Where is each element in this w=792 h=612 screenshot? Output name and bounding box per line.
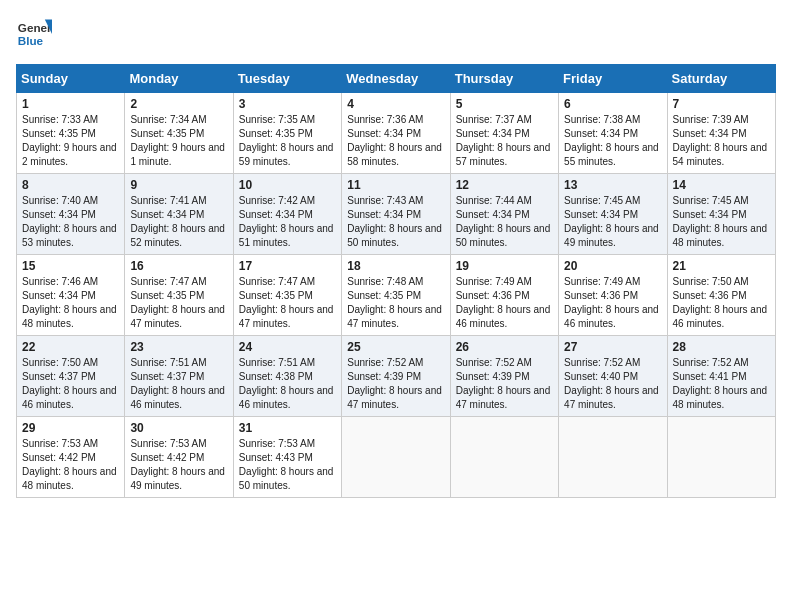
day-number: 6 (564, 97, 661, 111)
day-info: Sunrise: 7:53 AMSunset: 4:42 PMDaylight:… (130, 437, 227, 493)
day-info: Sunrise: 7:47 AMSunset: 4:35 PMDaylight:… (130, 275, 227, 331)
calendar-cell: 15Sunrise: 7:46 AMSunset: 4:34 PMDayligh… (17, 255, 125, 336)
day-info: Sunrise: 7:52 AMSunset: 4:40 PMDaylight:… (564, 356, 661, 412)
day-info: Sunrise: 7:38 AMSunset: 4:34 PMDaylight:… (564, 113, 661, 169)
calendar-cell: 20Sunrise: 7:49 AMSunset: 4:36 PMDayligh… (559, 255, 667, 336)
day-number: 31 (239, 421, 336, 435)
calendar-cell: 1Sunrise: 7:33 AMSunset: 4:35 PMDaylight… (17, 93, 125, 174)
day-info: Sunrise: 7:50 AMSunset: 4:36 PMDaylight:… (673, 275, 770, 331)
day-number: 2 (130, 97, 227, 111)
weekday-header-monday: Monday (125, 65, 233, 93)
day-number: 15 (22, 259, 119, 273)
week-row-2: 8Sunrise: 7:40 AMSunset: 4:34 PMDaylight… (17, 174, 776, 255)
calendar-cell (450, 417, 558, 498)
day-number: 4 (347, 97, 444, 111)
day-info: Sunrise: 7:41 AMSunset: 4:34 PMDaylight:… (130, 194, 227, 250)
day-info: Sunrise: 7:50 AMSunset: 4:37 PMDaylight:… (22, 356, 119, 412)
day-info: Sunrise: 7:53 AMSunset: 4:43 PMDaylight:… (239, 437, 336, 493)
calendar-cell: 25Sunrise: 7:52 AMSunset: 4:39 PMDayligh… (342, 336, 450, 417)
day-number: 22 (22, 340, 119, 354)
day-info: Sunrise: 7:49 AMSunset: 4:36 PMDaylight:… (456, 275, 553, 331)
header: General Blue (16, 16, 776, 52)
day-number: 12 (456, 178, 553, 192)
day-info: Sunrise: 7:40 AMSunset: 4:34 PMDaylight:… (22, 194, 119, 250)
day-info: Sunrise: 7:36 AMSunset: 4:34 PMDaylight:… (347, 113, 444, 169)
calendar-cell: 23Sunrise: 7:51 AMSunset: 4:37 PMDayligh… (125, 336, 233, 417)
day-number: 14 (673, 178, 770, 192)
calendar-cell: 16Sunrise: 7:47 AMSunset: 4:35 PMDayligh… (125, 255, 233, 336)
calendar-cell: 17Sunrise: 7:47 AMSunset: 4:35 PMDayligh… (233, 255, 341, 336)
day-number: 5 (456, 97, 553, 111)
calendar-cell: 8Sunrise: 7:40 AMSunset: 4:34 PMDaylight… (17, 174, 125, 255)
day-number: 20 (564, 259, 661, 273)
day-number: 23 (130, 340, 227, 354)
weekday-header-tuesday: Tuesday (233, 65, 341, 93)
calendar-table: SundayMondayTuesdayWednesdayThursdayFrid… (16, 64, 776, 498)
day-info: Sunrise: 7:45 AMSunset: 4:34 PMDaylight:… (673, 194, 770, 250)
weekday-header-sunday: Sunday (17, 65, 125, 93)
calendar-cell: 12Sunrise: 7:44 AMSunset: 4:34 PMDayligh… (450, 174, 558, 255)
day-info: Sunrise: 7:52 AMSunset: 4:39 PMDaylight:… (347, 356, 444, 412)
calendar-cell: 2Sunrise: 7:34 AMSunset: 4:35 PMDaylight… (125, 93, 233, 174)
calendar-cell: 9Sunrise: 7:41 AMSunset: 4:34 PMDaylight… (125, 174, 233, 255)
calendar-cell: 28Sunrise: 7:52 AMSunset: 4:41 PMDayligh… (667, 336, 775, 417)
calendar-cell: 22Sunrise: 7:50 AMSunset: 4:37 PMDayligh… (17, 336, 125, 417)
calendar-cell: 26Sunrise: 7:52 AMSunset: 4:39 PMDayligh… (450, 336, 558, 417)
day-info: Sunrise: 7:39 AMSunset: 4:34 PMDaylight:… (673, 113, 770, 169)
weekday-header-friday: Friday (559, 65, 667, 93)
day-info: Sunrise: 7:52 AMSunset: 4:41 PMDaylight:… (673, 356, 770, 412)
day-number: 21 (673, 259, 770, 273)
day-info: Sunrise: 7:47 AMSunset: 4:35 PMDaylight:… (239, 275, 336, 331)
calendar-cell (342, 417, 450, 498)
calendar-cell (559, 417, 667, 498)
calendar-cell: 5Sunrise: 7:37 AMSunset: 4:34 PMDaylight… (450, 93, 558, 174)
day-info: Sunrise: 7:48 AMSunset: 4:35 PMDaylight:… (347, 275, 444, 331)
day-info: Sunrise: 7:42 AMSunset: 4:34 PMDaylight:… (239, 194, 336, 250)
calendar-cell: 13Sunrise: 7:45 AMSunset: 4:34 PMDayligh… (559, 174, 667, 255)
calendar-cell: 24Sunrise: 7:51 AMSunset: 4:38 PMDayligh… (233, 336, 341, 417)
day-number: 30 (130, 421, 227, 435)
day-number: 28 (673, 340, 770, 354)
day-info: Sunrise: 7:44 AMSunset: 4:34 PMDaylight:… (456, 194, 553, 250)
day-number: 8 (22, 178, 119, 192)
day-info: Sunrise: 7:49 AMSunset: 4:36 PMDaylight:… (564, 275, 661, 331)
day-info: Sunrise: 7:51 AMSunset: 4:37 PMDaylight:… (130, 356, 227, 412)
calendar-cell: 11Sunrise: 7:43 AMSunset: 4:34 PMDayligh… (342, 174, 450, 255)
weekday-header-thursday: Thursday (450, 65, 558, 93)
day-number: 13 (564, 178, 661, 192)
day-number: 3 (239, 97, 336, 111)
svg-text:Blue: Blue (18, 34, 44, 47)
day-info: Sunrise: 7:43 AMSunset: 4:34 PMDaylight:… (347, 194, 444, 250)
day-number: 27 (564, 340, 661, 354)
week-row-1: 1Sunrise: 7:33 AMSunset: 4:35 PMDaylight… (17, 93, 776, 174)
calendar-cell: 3Sunrise: 7:35 AMSunset: 4:35 PMDaylight… (233, 93, 341, 174)
day-number: 24 (239, 340, 336, 354)
calendar-cell: 18Sunrise: 7:48 AMSunset: 4:35 PMDayligh… (342, 255, 450, 336)
logo: General Blue (16, 16, 52, 52)
calendar-cell: 4Sunrise: 7:36 AMSunset: 4:34 PMDaylight… (342, 93, 450, 174)
day-number: 26 (456, 340, 553, 354)
day-number: 25 (347, 340, 444, 354)
day-number: 29 (22, 421, 119, 435)
day-number: 18 (347, 259, 444, 273)
day-number: 10 (239, 178, 336, 192)
day-info: Sunrise: 7:37 AMSunset: 4:34 PMDaylight:… (456, 113, 553, 169)
calendar-cell: 7Sunrise: 7:39 AMSunset: 4:34 PMDaylight… (667, 93, 775, 174)
day-number: 7 (673, 97, 770, 111)
calendar-cell: 30Sunrise: 7:53 AMSunset: 4:42 PMDayligh… (125, 417, 233, 498)
calendar-cell: 29Sunrise: 7:53 AMSunset: 4:42 PMDayligh… (17, 417, 125, 498)
calendar-cell: 14Sunrise: 7:45 AMSunset: 4:34 PMDayligh… (667, 174, 775, 255)
day-info: Sunrise: 7:52 AMSunset: 4:39 PMDaylight:… (456, 356, 553, 412)
weekday-header-wednesday: Wednesday (342, 65, 450, 93)
calendar-cell (667, 417, 775, 498)
day-number: 1 (22, 97, 119, 111)
weekday-header-row: SundayMondayTuesdayWednesdayThursdayFrid… (17, 65, 776, 93)
calendar-cell: 6Sunrise: 7:38 AMSunset: 4:34 PMDaylight… (559, 93, 667, 174)
day-info: Sunrise: 7:53 AMSunset: 4:42 PMDaylight:… (22, 437, 119, 493)
week-row-3: 15Sunrise: 7:46 AMSunset: 4:34 PMDayligh… (17, 255, 776, 336)
calendar-cell: 31Sunrise: 7:53 AMSunset: 4:43 PMDayligh… (233, 417, 341, 498)
calendar-cell: 19Sunrise: 7:49 AMSunset: 4:36 PMDayligh… (450, 255, 558, 336)
week-row-5: 29Sunrise: 7:53 AMSunset: 4:42 PMDayligh… (17, 417, 776, 498)
calendar-cell: 21Sunrise: 7:50 AMSunset: 4:36 PMDayligh… (667, 255, 775, 336)
day-number: 16 (130, 259, 227, 273)
